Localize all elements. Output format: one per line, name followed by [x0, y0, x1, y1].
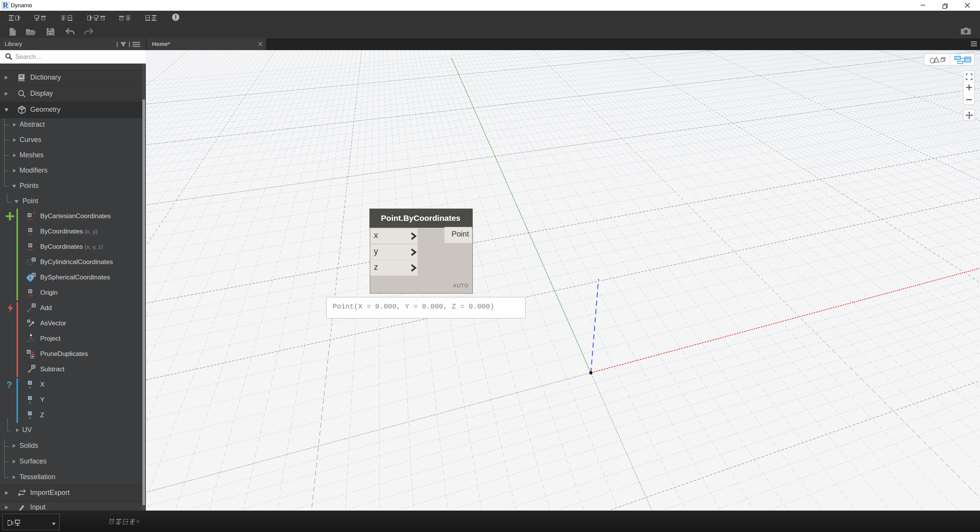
svg-text:XYZ: XYZ [28, 248, 33, 251]
svg-text:Z: Z [29, 416, 31, 420]
svg-text:R: R [3, 1, 8, 10]
svg-text:XYZ: XYZ [28, 218, 33, 221]
svg-text:000: 000 [28, 294, 33, 297]
svg-text:X: X [29, 386, 31, 389]
svg-text:XY: XY [29, 233, 33, 236]
svg-text:Y: Y [29, 401, 31, 405]
svg-text:?: ? [7, 380, 12, 390]
